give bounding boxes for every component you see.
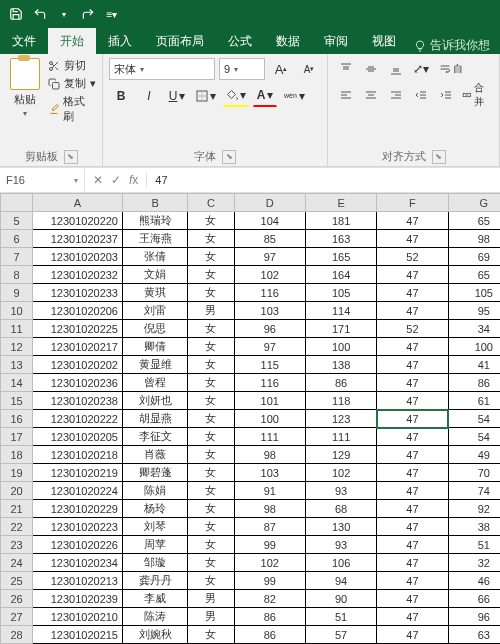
- row-header[interactable]: 7: [1, 248, 33, 266]
- cell[interactable]: 女: [188, 446, 235, 464]
- cell[interactable]: 171: [305, 320, 376, 338]
- customize-qat-icon[interactable]: ≡▾: [103, 5, 121, 23]
- cell[interactable]: 李征文: [122, 428, 187, 446]
- cell[interactable]: 92: [448, 500, 500, 518]
- cell[interactable]: 12301020213: [33, 572, 123, 590]
- alignment-launcher[interactable]: ⬊: [432, 150, 446, 164]
- font-size-combo[interactable]: 9▾: [219, 58, 265, 80]
- cell[interactable]: 115: [234, 356, 305, 374]
- cell[interactable]: 47: [377, 590, 448, 608]
- cell[interactable]: 12301020220: [33, 212, 123, 230]
- row-header[interactable]: 6: [1, 230, 33, 248]
- cell[interactable]: 卿碧蓬: [122, 464, 187, 482]
- cell[interactable]: 女: [188, 410, 235, 428]
- phonetic-button[interactable]: wén▾: [281, 85, 308, 107]
- cell[interactable]: 99: [234, 572, 305, 590]
- undo-dropdown-icon[interactable]: ▾: [55, 5, 73, 23]
- tab-insert[interactable]: 插入: [96, 28, 144, 54]
- cell[interactable]: 12301020237: [33, 230, 123, 248]
- cell[interactable]: 41: [448, 356, 500, 374]
- cell[interactable]: 116: [234, 284, 305, 302]
- cell[interactable]: 32: [448, 554, 500, 572]
- cell[interactable]: 103: [234, 302, 305, 320]
- cell[interactable]: 116: [234, 374, 305, 392]
- cell[interactable]: 100: [234, 410, 305, 428]
- cell[interactable]: 男: [188, 608, 235, 626]
- column-header[interactable]: E: [305, 194, 376, 212]
- cell[interactable]: 86: [234, 608, 305, 626]
- align-right-button[interactable]: [384, 84, 408, 106]
- align-center-button[interactable]: [359, 84, 383, 106]
- row-header[interactable]: 21: [1, 500, 33, 518]
- tab-file[interactable]: 文件: [0, 28, 48, 54]
- cell[interactable]: 刘妍也: [122, 392, 187, 410]
- cell[interactable]: 47: [377, 464, 448, 482]
- column-header[interactable]: C: [188, 194, 235, 212]
- row-header[interactable]: 25: [1, 572, 33, 590]
- cell[interactable]: 女: [188, 356, 235, 374]
- cell[interactable]: 86: [234, 626, 305, 644]
- cell[interactable]: 12301020202: [33, 356, 123, 374]
- cell[interactable]: 111: [234, 428, 305, 446]
- undo-icon[interactable]: [31, 5, 49, 23]
- cell[interactable]: 12301020223: [33, 518, 123, 536]
- cell[interactable]: 47: [377, 230, 448, 248]
- cell[interactable]: 90: [305, 590, 376, 608]
- cell[interactable]: 100: [448, 338, 500, 356]
- cell[interactable]: 12301020217: [33, 338, 123, 356]
- paste-button[interactable]: 粘贴 ▾: [6, 58, 44, 124]
- cell[interactable]: 52: [377, 320, 448, 338]
- cell[interactable]: 74: [448, 482, 500, 500]
- orientation-button[interactable]: ⤢▾: [409, 58, 433, 80]
- cell[interactable]: 106: [305, 554, 376, 572]
- cell[interactable]: 12301020234: [33, 554, 123, 572]
- cell[interactable]: 97: [234, 338, 305, 356]
- cut-button[interactable]: 剪切: [48, 58, 96, 73]
- cell[interactable]: 87: [234, 518, 305, 536]
- font-launcher[interactable]: ⬊: [222, 150, 236, 164]
- cell[interactable]: 女: [188, 536, 235, 554]
- row-header[interactable]: 20: [1, 482, 33, 500]
- cell[interactable]: 38: [448, 518, 500, 536]
- align-bottom-button[interactable]: [384, 58, 408, 80]
- row-header[interactable]: 23: [1, 536, 33, 554]
- cell[interactable]: 95: [448, 302, 500, 320]
- cell[interactable]: 倪思: [122, 320, 187, 338]
- cell[interactable]: 47: [377, 536, 448, 554]
- cell[interactable]: 163: [305, 230, 376, 248]
- cell[interactable]: 女: [188, 212, 235, 230]
- cell[interactable]: 熊瑞玲: [122, 212, 187, 230]
- cell[interactable]: 52: [377, 248, 448, 266]
- cell[interactable]: 男: [188, 302, 235, 320]
- cancel-formula-icon[interactable]: ✕: [93, 173, 103, 187]
- cell[interactable]: 女: [188, 554, 235, 572]
- row-header[interactable]: 28: [1, 626, 33, 644]
- cell[interactable]: 47: [377, 500, 448, 518]
- cell[interactable]: 46: [448, 572, 500, 590]
- cell[interactable]: 65: [448, 212, 500, 230]
- cell[interactable]: 86: [305, 374, 376, 392]
- font-name-combo[interactable]: 宋体▾: [109, 58, 215, 80]
- cell[interactable]: 47: [377, 446, 448, 464]
- cell[interactable]: 97: [234, 248, 305, 266]
- borders-button[interactable]: ▾: [193, 85, 219, 107]
- cell[interactable]: 102: [234, 266, 305, 284]
- cell[interactable]: 胡显燕: [122, 410, 187, 428]
- cell[interactable]: 杨玲: [122, 500, 187, 518]
- save-icon[interactable]: [7, 5, 25, 23]
- bold-button[interactable]: B: [109, 85, 133, 107]
- cell[interactable]: 12301020205: [33, 428, 123, 446]
- merge-center-button[interactable]: 合并: [459, 84, 493, 106]
- tell-me[interactable]: 告诉我你想: [414, 37, 490, 54]
- cell[interactable]: 101: [234, 392, 305, 410]
- cell[interactable]: 57: [305, 626, 376, 644]
- cell[interactable]: 93: [305, 482, 376, 500]
- cell[interactable]: 91: [234, 482, 305, 500]
- cell[interactable]: 123: [305, 410, 376, 428]
- cell[interactable]: 周苹: [122, 536, 187, 554]
- cell[interactable]: 47: [377, 572, 448, 590]
- italic-button[interactable]: I: [137, 85, 161, 107]
- cell[interactable]: 93: [305, 536, 376, 554]
- cell[interactable]: 105: [448, 284, 500, 302]
- cell[interactable]: 男: [188, 590, 235, 608]
